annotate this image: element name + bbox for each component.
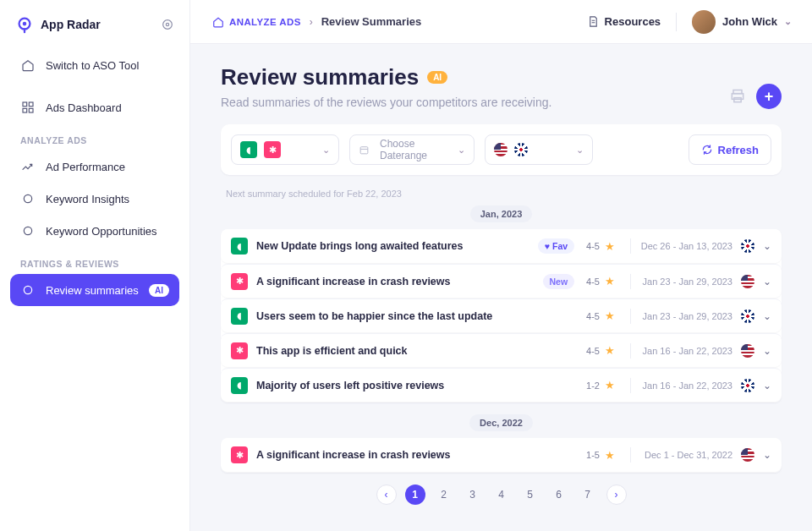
locale-select[interactable]: ⌄	[485, 134, 593, 165]
page-2[interactable]: 2	[434, 484, 454, 505]
page-7[interactable]: 7	[578, 484, 598, 505]
summary-title: A significant increase in crash reviews	[256, 276, 543, 287]
page-next[interactable]: ›	[606, 484, 627, 505]
ai-badge: AI	[149, 284, 169, 297]
content: Review summaries AI Read summaries of th…	[190, 44, 812, 531]
new-badge: New	[543, 274, 575, 289]
page-subtitle: Read summaries of the reviews your compe…	[221, 96, 551, 109]
svg-point-3	[166, 23, 168, 25]
refresh-button[interactable]: Refresh	[689, 134, 771, 165]
breadcrumb-home-icon[interactable]	[211, 14, 226, 30]
daterange-placeholder: Choose Daterange	[380, 138, 451, 161]
chevron-down-icon[interactable]: ⌄	[763, 380, 771, 391]
summary-row[interactable]: ◖New Update brings long awaited features…	[221, 229, 782, 263]
brand: App Radar	[10, 15, 179, 39]
add-button[interactable]: +	[756, 84, 782, 109]
nav-keyword-insights-label: Keyword Insights	[46, 193, 129, 205]
chevron-down-icon[interactable]: ⌄	[763, 345, 771, 357]
chevron-down-icon: ⌄	[784, 16, 792, 27]
app-chip-green-icon: ◖	[231, 308, 248, 325]
breadcrumb-sep-icon: ›	[310, 16, 313, 28]
summary-row[interactable]: ◖Users seem to be happier since the last…	[221, 298, 782, 332]
nav-review-summaries-label: Review summaries	[46, 284, 139, 297]
apps-select[interactable]: ◖ ✱ ⌄	[231, 134, 339, 165]
summary-date: Jan 16 - Jan 22, 2023	[638, 380, 732, 391]
summary-row[interactable]: ✱A significant increase in crash reviews…	[221, 438, 782, 472]
settings-icon[interactable]	[161, 18, 174, 31]
svg-rect-4	[23, 102, 27, 107]
page-5[interactable]: 5	[520, 484, 540, 505]
nav-ads-dashboard[interactable]: Ads Dashboard	[10, 91, 179, 123]
page-6[interactable]: 6	[549, 484, 569, 505]
circle-icon	[20, 223, 36, 238]
page-prev[interactable]: ‹	[376, 484, 397, 505]
user-menu[interactable]: John Wick ⌄	[692, 10, 792, 34]
month-header: Dec, 2022	[469, 414, 533, 431]
chevron-down-icon[interactable]: ⌄	[763, 276, 771, 287]
app-chip-pink-icon: ✱	[231, 273, 248, 290]
divider	[630, 274, 631, 289]
nav-section-ratings: RATINGS & REVIEWS	[10, 247, 179, 274]
sidebar: App Radar Switch to ASO Tool Ads Dashboa…	[0, 0, 190, 531]
summary-date: Jan 23 - Jan 29, 2023	[638, 276, 732, 287]
resources-label: Resources	[605, 15, 661, 28]
nav-keyword-opportunities-label: Keyword Opportunities	[46, 225, 157, 238]
refresh-icon	[701, 144, 713, 156]
svg-rect-14	[360, 146, 368, 153]
nav-keyword-insights[interactable]: Keyword Insights	[10, 183, 179, 215]
summary-title: Users seem to be happier since the last …	[256, 310, 586, 322]
star-icon: ★	[605, 275, 615, 287]
page-4[interactable]: 4	[491, 484, 512, 505]
chevron-down-icon[interactable]: ⌄	[763, 310, 771, 322]
summary-date: Dec 26 - Jan 13, 2023	[638, 241, 732, 251]
nav-switch-aso-label: Switch to ASO Tool	[46, 59, 139, 72]
app-chip-pink-icon: ✱	[231, 342, 248, 359]
app-chip-pink-icon: ✱	[231, 446, 248, 463]
summary-rating: 1-2	[586, 380, 600, 391]
summary-row[interactable]: ◖Majority of users left positive reviews…	[221, 368, 782, 402]
grid-icon	[20, 100, 36, 115]
chevron-down-icon: ⌄	[322, 145, 330, 156]
star-icon: ★	[605, 379, 615, 391]
divider	[676, 13, 677, 31]
nav-switch-aso[interactable]: Switch to ASO Tool	[10, 49, 179, 81]
summary-row[interactable]: ✱A significant increase in crash reviews…	[221, 264, 782, 298]
summary-title: New Update brings long awaited features	[256, 240, 538, 252]
page-1[interactable]: 1	[405, 484, 425, 505]
summary-rating: 1-5	[586, 450, 600, 460]
svg-point-1	[23, 22, 27, 26]
divider	[630, 378, 631, 393]
print-icon[interactable]	[729, 88, 746, 105]
page-3[interactable]: 3	[463, 484, 483, 505]
svg-point-2	[163, 20, 173, 30]
breadcrumb-root[interactable]: ANALYZE ADS	[229, 17, 301, 27]
nav-review-summaries[interactable]: Review summaries AI	[10, 274, 179, 306]
flag-uk-icon	[741, 239, 754, 253]
app-chip-green-icon: ◖	[240, 141, 257, 158]
flag-us-icon	[741, 275, 754, 288]
nav-keyword-opportunities[interactable]: Keyword Opportunities	[10, 215, 179, 247]
divider	[630, 238, 631, 254]
svg-rect-5	[29, 102, 33, 107]
divider	[630, 343, 631, 359]
schedule-note: Next summary scheduled for Feb 22, 2023	[221, 189, 782, 205]
home-icon	[20, 57, 36, 73]
calendar-icon	[359, 145, 370, 156]
chevron-down-icon[interactable]: ⌄	[763, 449, 771, 461]
daterange-select[interactable]: Choose Daterange ⌄	[349, 134, 475, 165]
divider	[630, 447, 631, 463]
chevron-down-icon[interactable]: ⌄	[763, 240, 771, 252]
flag-us-icon	[741, 448, 754, 462]
star-icon: ★	[605, 449, 615, 462]
summary-title: A significant increase in crash reviews	[256, 449, 586, 461]
summary-row[interactable]: ✱This app is efficient and quick4-5★Jan …	[221, 333, 782, 367]
pagination: ‹ 1234567 ›	[221, 484, 782, 505]
app-chip-pink-icon: ✱	[264, 141, 281, 158]
svg-point-8	[24, 194, 31, 202]
nav-ad-performance[interactable]: Ad Performance	[10, 151, 179, 183]
summary-title: Majority of users left positive reviews	[256, 380, 586, 391]
chevron-down-icon: ⌄	[458, 145, 465, 156]
circle-icon	[20, 191, 36, 206]
resources-link[interactable]: Resources	[587, 15, 661, 28]
brand-name: App Radar	[41, 18, 101, 31]
